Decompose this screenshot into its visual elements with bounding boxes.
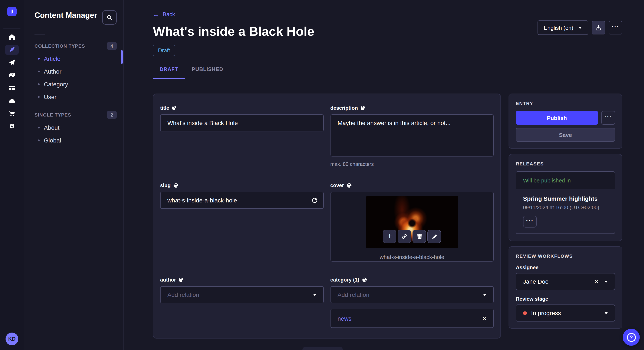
status-badge: Draft: [153, 45, 175, 56]
remove-relation-button[interactable]: ×: [482, 315, 486, 322]
select-placeholder: Add relation: [338, 291, 369, 298]
cover-filename: what-s-inside-a-black-hole: [380, 254, 444, 260]
section-label: SINGLE TYPES: [34, 112, 71, 117]
review-heading: REVIEW WORKFLOWS: [516, 253, 615, 259]
chevron-down-icon: [483, 294, 486, 296]
sidebar-item-author[interactable]: Author: [34, 65, 117, 78]
category-relation-select[interactable]: Add relation: [330, 286, 494, 303]
section-single-types: SINGLE TYPES 2 About Global: [34, 111, 117, 147]
field-cover: cover +: [330, 182, 494, 262]
select-placeholder: Add relation: [168, 291, 199, 298]
pencil-icon: [432, 234, 437, 239]
assignee-select[interactable]: Jane Doe ×: [516, 273, 615, 290]
globe-icon: [346, 183, 352, 188]
subnav: Content Manager COLLECTION TYPES 4 Artic…: [24, 0, 124, 350]
field-slug: slug: [160, 182, 324, 262]
clipped-bottom-button[interactable]: [302, 347, 343, 350]
more-actions-button[interactable]: ···: [609, 21, 622, 34]
field-author: author Add relation: [160, 277, 324, 328]
rail-divider: [4, 28, 20, 28]
cloud-icon[interactable]: [5, 96, 19, 106]
field-label-text: author: [160, 277, 176, 283]
paper-plane-icon[interactable]: [5, 57, 19, 68]
link-icon: [402, 233, 408, 239]
sidebar-item-article[interactable]: Article: [34, 52, 117, 65]
bullet-icon: [38, 96, 40, 98]
subnav-title: Content Manager: [34, 11, 97, 20]
chevron-down-icon: [313, 294, 316, 296]
avatar[interactable]: KD: [6, 333, 18, 345]
sidebar-item-label: About: [44, 124, 60, 131]
add-asset-button[interactable]: +: [383, 230, 396, 243]
media-library-icon[interactable]: [5, 70, 19, 80]
field-label-text: cover: [330, 182, 344, 188]
tab-published[interactable]: PUBLISHED: [185, 66, 230, 79]
section-collection-types: COLLECTION TYPES 4 Article Author Catego…: [34, 42, 117, 103]
bullet-icon: [38, 83, 40, 85]
gear-icon[interactable]: [5, 121, 19, 131]
back-arrow-icon: ←: [153, 11, 159, 17]
release-title: Spring Summer highlights: [523, 195, 608, 202]
clear-assignee-button[interactable]: ×: [594, 278, 598, 285]
sidebar-item-label: Author: [44, 68, 62, 75]
entry-more-button[interactable]: ···: [602, 111, 615, 125]
regenerate-slug-button[interactable]: [310, 196, 318, 204]
subnav-scrollbar[interactable]: [121, 50, 123, 64]
cart-icon[interactable]: [5, 108, 19, 119]
globe-icon: [173, 183, 178, 188]
field-category: category (1) Add relation news ×: [330, 277, 494, 328]
field-description: description Maybe the answer is in this …: [330, 105, 494, 167]
copy-link-button[interactable]: [398, 230, 412, 243]
assignee-label: Assignee: [516, 265, 615, 270]
sidebar-item-global[interactable]: Global: [34, 134, 117, 147]
rail-bottom-divider: [0, 328, 24, 328]
app-root: KD Content Manager COLLECTION TYPES 4 Ar…: [0, 0, 644, 350]
tab-draft[interactable]: DRAFT: [153, 66, 185, 79]
home-icon[interactable]: [5, 32, 19, 42]
strapi-logo[interactable]: [7, 7, 16, 16]
sidebar-item-label: Global: [44, 137, 61, 144]
locale-value: English (en): [544, 24, 573, 31]
sidebar-item-category[interactable]: Category: [34, 78, 117, 91]
search-button[interactable]: [102, 10, 117, 25]
globe-icon: [360, 105, 366, 111]
review-stage-select[interactable]: In progress: [516, 305, 615, 322]
description-textarea[interactable]: Maybe the answer is in this article, or …: [330, 114, 494, 157]
feather-icon[interactable]: [5, 45, 19, 55]
main-nav-rail: KD: [0, 0, 24, 350]
back-link[interactable]: ← Back: [153, 11, 314, 17]
relation-item-news: news ×: [330, 309, 494, 328]
page-title: What's inside a Black Hole: [153, 24, 314, 39]
sidebar-item-about[interactable]: About: [34, 121, 117, 134]
field-label-text: title: [160, 105, 169, 111]
layout-icon[interactable]: [5, 83, 19, 93]
edit-asset-button[interactable]: [428, 230, 441, 243]
field-label-text: category (1): [330, 277, 359, 283]
delete-asset-button[interactable]: [413, 230, 426, 243]
globe-icon: [179, 277, 184, 282]
entry-heading: ENTRY: [516, 101, 615, 106]
releases-heading: RELEASES: [516, 161, 615, 166]
locale-select[interactable]: English (en): [537, 20, 588, 35]
release-more-button[interactable]: ···: [523, 216, 537, 227]
cover-media-box: +: [330, 192, 494, 262]
help-button[interactable]: ?: [623, 329, 640, 346]
field-label-text: description: [330, 105, 358, 111]
publish-button[interactable]: Publish: [516, 111, 598, 125]
single-types-count: 2: [107, 111, 117, 119]
slug-input[interactable]: [160, 192, 324, 209]
collection-types-count: 4: [107, 42, 117, 50]
title-input[interactable]: [160, 114, 324, 131]
sidebar-item-label: User: [44, 94, 56, 100]
review-workflows-panel: REVIEW WORKFLOWS Assignee Jane Doe × Rev…: [508, 246, 622, 329]
rail-nav: [5, 32, 19, 131]
bullet-icon: [38, 127, 40, 128]
relation-link[interactable]: news: [338, 315, 352, 322]
author-relation-select[interactable]: Add relation: [160, 286, 324, 303]
save-button[interactable]: Save: [516, 128, 615, 142]
sidebar-item-user[interactable]: User: [34, 91, 117, 103]
download-button[interactable]: [592, 21, 605, 34]
version-tabs: DRAFT PUBLISHED: [153, 66, 622, 79]
globe-icon: [362, 277, 367, 282]
bullet-icon: [38, 58, 40, 59]
